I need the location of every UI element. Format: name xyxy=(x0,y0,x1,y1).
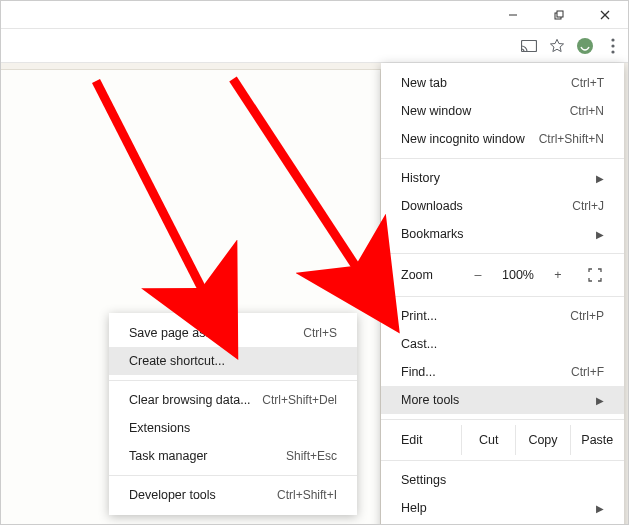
zoom-out-button[interactable]: – xyxy=(461,259,495,291)
menu-shortcut: Shift+Esc xyxy=(286,449,337,463)
menu-label: Cast... xyxy=(401,337,437,351)
menu-label: Developer tools xyxy=(129,488,216,502)
submenu-task-manager[interactable]: Task manager Shift+Esc xyxy=(109,442,357,470)
edit-cut[interactable]: Cut xyxy=(461,425,515,455)
menu-label: New tab xyxy=(401,76,447,90)
menu-label: Find... xyxy=(401,365,436,379)
submenu-create-shortcut[interactable]: Create shortcut... xyxy=(109,347,357,375)
close-button[interactable] xyxy=(582,1,628,29)
menu-shortcut: Ctrl+P xyxy=(570,309,604,323)
zoom-value: 100% xyxy=(495,268,541,282)
svg-point-8 xyxy=(611,44,614,47)
menu-more-tools[interactable]: More tools ▶ xyxy=(381,386,624,414)
menu-cast[interactable]: Cast... xyxy=(381,330,624,358)
menu-label: Downloads xyxy=(401,199,463,213)
menu-new-incognito[interactable]: New incognito window Ctrl+Shift+N xyxy=(381,125,624,153)
menu-separator xyxy=(381,296,624,297)
submenu-clear-browsing[interactable]: Clear browsing data... Ctrl+Shift+Del xyxy=(109,386,357,414)
menu-find[interactable]: Find... Ctrl+F xyxy=(381,358,624,386)
fullscreen-button[interactable] xyxy=(575,268,615,282)
svg-point-7 xyxy=(611,38,614,41)
submenu-arrow-icon: ▶ xyxy=(596,395,604,406)
svg-point-9 xyxy=(611,50,614,53)
zoom-label: Zoom xyxy=(401,268,461,282)
submenu-arrow-icon: ▶ xyxy=(596,173,604,184)
menu-shortcut: Ctrl+J xyxy=(572,199,604,213)
menu-zoom-row: Zoom – 100% + xyxy=(381,259,624,291)
more-tools-submenu: Save page as... Ctrl+S Create shortcut..… xyxy=(109,313,357,515)
menu-label: History xyxy=(401,171,440,185)
menu-label: Extensions xyxy=(129,421,190,435)
menu-separator xyxy=(109,475,357,476)
menu-new-tab[interactable]: New tab Ctrl+T xyxy=(381,69,624,97)
kebab-menu-icon[interactable] xyxy=(604,37,622,55)
edit-label: Edit xyxy=(401,433,461,447)
menu-print[interactable]: Print... Ctrl+P xyxy=(381,302,624,330)
svg-point-6 xyxy=(577,38,593,54)
menu-label: Settings xyxy=(401,473,446,487)
menu-label: New window xyxy=(401,104,471,118)
menu-shortcut: Ctrl+T xyxy=(571,76,604,90)
menu-separator xyxy=(381,460,624,461)
cast-icon[interactable] xyxy=(520,37,538,55)
menu-shortcut: Ctrl+N xyxy=(570,104,604,118)
menu-edit-row: Edit Cut Copy Paste xyxy=(381,425,624,455)
submenu-extensions[interactable]: Extensions xyxy=(109,414,357,442)
menu-shortcut: Ctrl+F xyxy=(571,365,604,379)
menu-label: Task manager xyxy=(129,449,208,463)
menu-help[interactable]: Help ▶ xyxy=(381,494,624,522)
menu-label: Create shortcut... xyxy=(129,354,225,368)
menu-separator xyxy=(109,380,357,381)
menu-separator xyxy=(381,419,624,420)
menu-separator xyxy=(381,158,624,159)
maximize-button[interactable] xyxy=(536,1,582,29)
menu-downloads[interactable]: Downloads Ctrl+J xyxy=(381,192,624,220)
menu-shortcut: Ctrl+S xyxy=(303,326,337,340)
submenu-arrow-icon: ▶ xyxy=(596,503,604,514)
fullscreen-icon xyxy=(588,268,602,282)
browser-toolbar xyxy=(1,29,628,63)
menu-label: More tools xyxy=(401,393,459,407)
menu-shortcut: Ctrl+Shift+N xyxy=(539,132,604,146)
window-titlebar xyxy=(1,1,628,29)
menu-label: Bookmarks xyxy=(401,227,464,241)
menu-label: New incognito window xyxy=(401,132,525,146)
menu-shortcut: Ctrl+Shift+I xyxy=(277,488,337,502)
menu-bookmarks[interactable]: Bookmarks ▶ xyxy=(381,220,624,248)
submenu-developer-tools[interactable]: Developer tools Ctrl+Shift+I xyxy=(109,481,357,509)
menu-history[interactable]: History ▶ xyxy=(381,164,624,192)
menu-label: Save page as... xyxy=(129,326,216,340)
menu-label: Help xyxy=(401,501,427,515)
chrome-main-menu: New tab Ctrl+T New window Ctrl+N New inc… xyxy=(381,63,624,525)
close-icon xyxy=(600,10,610,20)
edit-paste[interactable]: Paste xyxy=(570,425,624,455)
menu-new-window[interactable]: New window Ctrl+N xyxy=(381,97,624,125)
menu-shortcut: Ctrl+Shift+Del xyxy=(262,393,337,407)
bookmark-star-icon[interactable] xyxy=(548,37,566,55)
menu-settings[interactable]: Settings xyxy=(381,466,624,494)
zoom-in-button[interactable]: + xyxy=(541,259,575,291)
minimize-button[interactable] xyxy=(490,1,536,29)
svg-rect-2 xyxy=(557,11,563,17)
profile-icon[interactable] xyxy=(576,37,594,55)
submenu-arrow-icon: ▶ xyxy=(596,229,604,240)
submenu-save-page[interactable]: Save page as... Ctrl+S xyxy=(109,319,357,347)
menu-label: Clear browsing data... xyxy=(129,393,251,407)
edit-copy[interactable]: Copy xyxy=(515,425,569,455)
minimize-icon xyxy=(508,10,518,20)
menu-label: Print... xyxy=(401,309,437,323)
maximize-icon xyxy=(554,10,564,20)
menu-separator xyxy=(381,253,624,254)
